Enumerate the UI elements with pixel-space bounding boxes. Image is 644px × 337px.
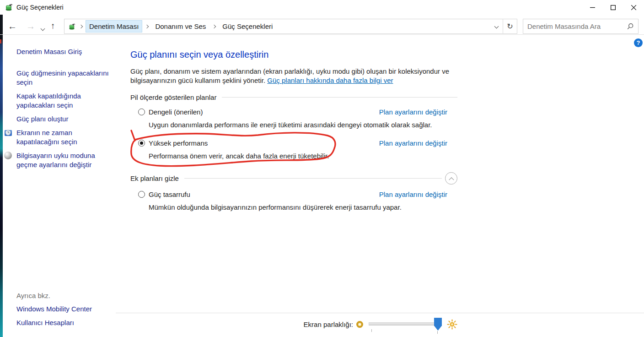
plan-radio-1[interactable] bbox=[138, 140, 145, 147]
desktop-edge-strip bbox=[0, 14, 3, 337]
sidebar: Denetim Masası Giriş Güç düğmesinin yapa… bbox=[16, 47, 116, 169]
brightness-dim-icon bbox=[356, 321, 363, 328]
plan-desc-high-performance: Performansa önem verir, ancak daha fazla… bbox=[149, 152, 460, 160]
maximize-button[interactable] bbox=[603, 0, 623, 15]
window-title: Güç Seçenekleri bbox=[16, 4, 64, 11]
chevron-up-icon bbox=[449, 177, 454, 182]
section-battery-plans: Pil ölçerde gösterilen planlar bbox=[130, 93, 457, 101]
address-dropdown-button[interactable] bbox=[490, 19, 503, 33]
plan-name-power-saver[interactable]: Güç tasarrufu bbox=[149, 190, 190, 198]
question-mark-icon: ? bbox=[637, 39, 640, 46]
slider-tick bbox=[437, 331, 438, 334]
sidebar-item-sleep-settings[interactable]: Bilgisayarın uyku moduna geçme ayarların… bbox=[16, 151, 116, 169]
sidebar-item-control-panel-home[interactable]: Denetim Masası Giriş bbox=[16, 47, 116, 56]
search-icon bbox=[627, 23, 634, 30]
plan-row-balanced: Dengeli (önerilen) Plan ayarlarını değiş… bbox=[138, 108, 447, 116]
breadcrumb-chevron-icon bbox=[212, 24, 216, 28]
brightness-slider-thumb[interactable] bbox=[434, 318, 442, 331]
titlebar: Güç Seçenekleri bbox=[0, 0, 644, 15]
plan-name-high-performance[interactable]: Yüksek performans bbox=[149, 139, 208, 147]
close-button[interactable] bbox=[623, 0, 644, 15]
refresh-icon: ↻ bbox=[507, 22, 513, 31]
breadcrumb-power-options[interactable]: Güç Seçenekleri bbox=[219, 20, 276, 33]
help-button[interactable]: ? bbox=[634, 38, 643, 47]
plan-desc-balanced: Uygun donanımlarda performans ile enerji… bbox=[149, 121, 460, 129]
chevron-down-icon bbox=[41, 27, 45, 31]
plan-row-high-performance: Yüksek performans Plan ayarlarını değişt… bbox=[138, 139, 447, 147]
sidebar-link-user-accounts[interactable]: Kullanıcı Hesapları bbox=[16, 319, 74, 326]
plan-name-balanced[interactable]: Dengeli (önerilen) bbox=[149, 108, 203, 116]
power-options-app-icon bbox=[5, 3, 13, 11]
breadcrumb-chevron-icon bbox=[145, 24, 149, 28]
intro-paragraph: Güç planı, donanım ve sistem ayarlarında… bbox=[130, 67, 451, 85]
sidebar-item-label: Ekranın ne zaman kapatılacağını seçin bbox=[16, 129, 77, 146]
plan-row-power-saver: Güç tasarrufu Plan ayarlarını değiştir bbox=[138, 190, 447, 198]
slider-tick bbox=[371, 329, 372, 332]
plan-radio-2[interactable] bbox=[138, 191, 145, 198]
forward-button[interactable]: → bbox=[26, 19, 35, 33]
section-rule bbox=[222, 97, 457, 98]
toolbar-divider bbox=[0, 34, 644, 35]
back-button[interactable]: ← bbox=[8, 19, 17, 33]
section-label: Pil ölçerde gösterilen planlar bbox=[130, 93, 216, 101]
sidebar-item-lid-close[interactable]: Kapak kapatıldığında yapılacakları seçin bbox=[16, 92, 116, 110]
plan-settings-link-balanced[interactable]: Plan ayarlarını değiştir bbox=[379, 108, 447, 116]
sidebar-item-display-off[interactable]: Ekranın ne zaman kapatılacağını seçin bbox=[16, 128, 116, 147]
section-rule bbox=[184, 178, 442, 179]
close-icon bbox=[631, 5, 636, 10]
footer-divider bbox=[116, 313, 644, 313]
sidebar-item-label: Bilgisayarın uyku moduna geçme ayarların… bbox=[16, 152, 95, 168]
minimize-icon bbox=[590, 5, 595, 10]
see-also-header: Ayrıca bkz. bbox=[16, 292, 50, 299]
address-bar[interactable]: Denetim Masası Donanım ve Ses Güç Seçene… bbox=[64, 19, 517, 34]
plan-radio-0[interactable] bbox=[138, 109, 145, 115]
page-title: Güç planını seçin veya özelleştirin bbox=[130, 49, 268, 60]
plan-settings-link-power-saver[interactable]: Plan ayarlarını değiştir bbox=[379, 190, 447, 198]
brightness-slider-track[interactable] bbox=[369, 322, 441, 326]
recent-pages-dropdown[interactable] bbox=[41, 24, 44, 32]
sleep-sphere-icon bbox=[4, 152, 12, 159]
learn-more-link[interactable]: Güç planları hakkında daha fazla bilgi v… bbox=[267, 76, 393, 84]
breadcrumb-hardware-sound[interactable]: Donanım ve Ses bbox=[151, 20, 209, 33]
monitor-clock-icon bbox=[4, 129, 12, 137]
brightness-label: Ekran parlaklığı: bbox=[288, 321, 353, 328]
breadcrumb-control-panel[interactable]: Denetim Masası bbox=[86, 20, 142, 33]
sidebar-item-create-plan[interactable]: Güç planı oluştur bbox=[16, 114, 116, 124]
brightness-bright-icon bbox=[447, 319, 457, 330]
plan-desc-power-saver: Mümkün olduğunda bilgisayarınızın perfor… bbox=[149, 203, 460, 211]
desktop-edge-red-speck bbox=[0, 39, 1, 43]
breadcrumb-chevron-icon bbox=[79, 24, 83, 28]
collapse-plans-button[interactable] bbox=[445, 172, 457, 185]
sidebar-item-power-buttons[interactable]: Güç düğmesinin yapacaklarını seçin bbox=[16, 69, 116, 87]
up-button[interactable]: ↑ bbox=[51, 19, 55, 33]
chevron-down-icon bbox=[494, 24, 499, 29]
search-box bbox=[523, 19, 639, 34]
search-input[interactable] bbox=[527, 22, 627, 30]
breadcrumb: Denetim Masası Donanım ve Ses Güç Seçene… bbox=[64, 19, 490, 33]
section-label: Ek planları gizle bbox=[130, 174, 179, 182]
maximize-icon bbox=[611, 5, 616, 10]
section-additional-plans: Ek planları gizle bbox=[130, 172, 457, 185]
sidebar-link-mobility-center[interactable]: Windows Mobility Center bbox=[16, 305, 92, 313]
control-panel-icon[interactable] bbox=[68, 23, 75, 30]
refresh-button[interactable]: ↻ bbox=[503, 19, 517, 33]
minimize-button[interactable] bbox=[582, 0, 603, 15]
plan-settings-link-high-performance[interactable]: Plan ayarlarını değiştir bbox=[379, 139, 447, 147]
annotation-circle bbox=[128, 130, 339, 172]
